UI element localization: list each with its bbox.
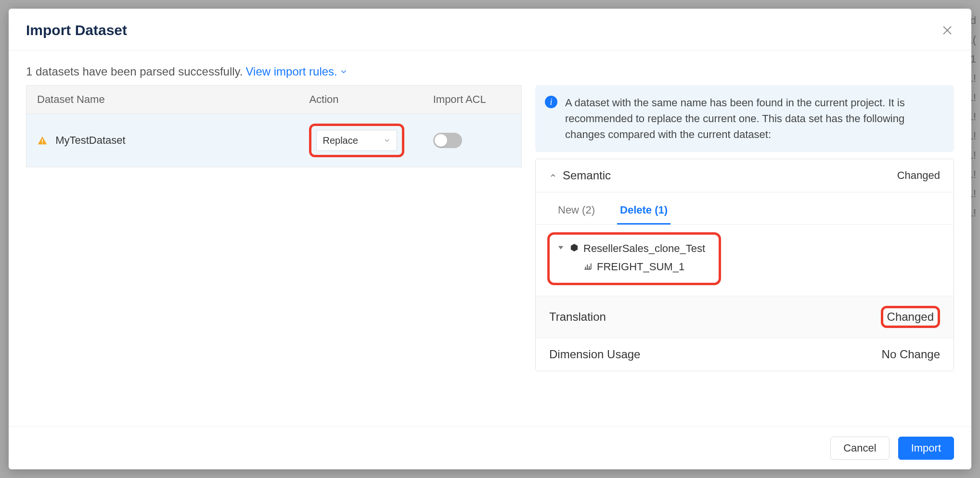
dimension-usage-status: No Change: [882, 348, 940, 361]
col-header-acl: Import ACL: [423, 86, 522, 114]
tree-cube-node[interactable]: ResellerSales_clone_Test: [556, 239, 705, 258]
caret-down-icon: [556, 242, 565, 255]
table-row[interactable]: MyTestDataset Replace: [26, 114, 522, 167]
bar-chart-icon: [583, 261, 592, 273]
semantic-status: Changed: [897, 169, 940, 182]
col-header-action: Action: [298, 86, 422, 114]
col-header-name: Dataset Name: [26, 86, 299, 114]
semantic-tabs: New (2) Delete (1): [536, 192, 954, 225]
dimension-usage-section[interactable]: Dimension Usage No Change: [536, 338, 954, 371]
tree-highlight: ResellerSales_clone_Test FREIGHT_SUM_1: [547, 232, 721, 285]
chevron-up-icon: [549, 172, 557, 179]
action-cell: Replace: [298, 114, 422, 167]
info-banner: i A dataset with the same name has been …: [535, 85, 954, 152]
modal-header: Import Dataset: [9, 9, 971, 50]
action-select[interactable]: Replace: [316, 130, 397, 151]
translation-status: Changed: [887, 310, 934, 324]
view-import-rules-label: View import rules.: [246, 65, 337, 78]
info-text: A dataset with the same name has been fo…: [565, 95, 942, 142]
modal-body: 1 datasets have been parsed successfully…: [9, 50, 971, 427]
dataset-table: Dataset Name Action Import ACL MyTestDat: [26, 85, 522, 167]
info-icon: i: [545, 96, 557, 108]
tab-new[interactable]: New (2): [555, 199, 598, 224]
dataset-name-cell: MyTestDataset: [26, 114, 299, 167]
view-import-rules-link[interactable]: View import rules.: [246, 65, 348, 78]
semantic-title: Semantic: [563, 169, 611, 182]
action-highlight: Replace: [309, 124, 404, 157]
acl-cell: [423, 114, 522, 167]
cancel-button[interactable]: Cancel: [830, 437, 889, 460]
import-acl-toggle[interactable]: [433, 133, 462, 148]
modal-footer: Cancel Import: [9, 427, 971, 469]
action-select-value: Replace: [322, 135, 358, 146]
translation-status-highlight: Changed: [881, 306, 940, 328]
close-button[interactable]: [941, 24, 954, 37]
tree-measure-node[interactable]: FREIGHT_SUM_1: [583, 258, 705, 276]
semantic-section-header[interactable]: Semantic Changed: [536, 159, 954, 192]
translation-section[interactable]: Translation Changed: [536, 296, 954, 338]
semantic-tree: ResellerSales_clone_Test FREIGHT_SUM_1: [536, 225, 954, 296]
modal-title: Import Dataset: [26, 22, 127, 38]
tab-delete[interactable]: Delete (1): [617, 199, 671, 224]
translation-title: Translation: [549, 310, 606, 324]
dataset-table-panel: Dataset Name Action Import ACL MyTestDat: [26, 85, 522, 422]
parse-status-line: 1 datasets have been parsed successfully…: [26, 65, 954, 78]
import-dataset-modal: Import Dataset 1 datasets have been pars…: [9, 9, 971, 469]
import-button[interactable]: Import: [898, 437, 954, 460]
chevron-down-icon: [339, 67, 348, 76]
toggle-knob: [435, 134, 447, 147]
changes-accordion: Semantic Changed New (2) Delete (1): [535, 159, 954, 371]
warning-icon: [37, 136, 48, 146]
parse-status-text: 1 datasets have been parsed successfully…: [26, 65, 243, 78]
chevron-down-icon: [383, 137, 391, 144]
tree-measure-label: FREIGHT_SUM_1: [597, 261, 684, 273]
svg-rect-3: [42, 142, 43, 143]
dimension-usage-title: Dimension Usage: [549, 348, 640, 361]
changes-panel: i A dataset with the same name has been …: [535, 85, 954, 422]
dataset-name-text: MyTestDataset: [55, 134, 126, 146]
svg-rect-2: [42, 139, 43, 142]
cube-icon: [570, 242, 579, 255]
tree-cube-label: ResellerSales_clone_Test: [583, 242, 705, 255]
svg-marker-4: [559, 246, 563, 249]
